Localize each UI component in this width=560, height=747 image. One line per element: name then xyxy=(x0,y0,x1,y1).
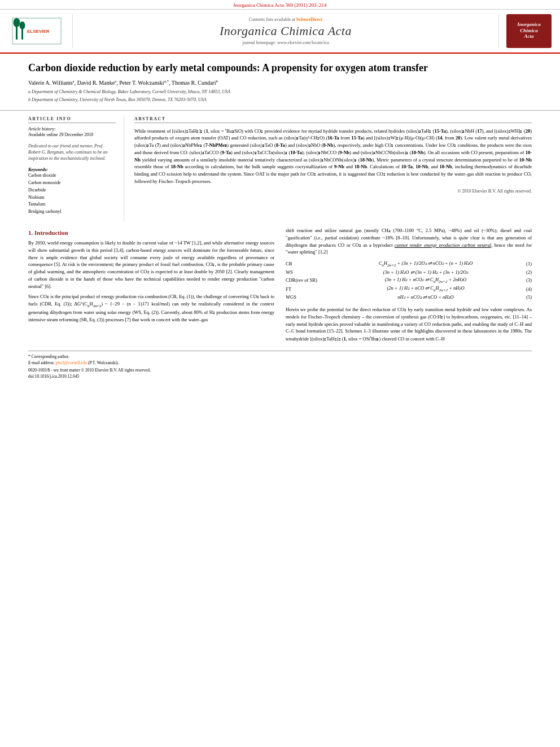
journal-title-area: Contents lists available at ScienceDirec… xyxy=(72,14,499,48)
doi-note: doi:10.1016/j.ica.2010.12.045 xyxy=(28,373,532,379)
eq-cb-label: CB xyxy=(286,261,331,267)
issn-note: 0020-1693/$ - see front matter © 2010 El… xyxy=(28,367,532,373)
eq-wgs-label: WGS xyxy=(286,294,331,300)
body-left-col: 1. Introduction By 2050, world energy co… xyxy=(28,227,274,346)
eq-ft-num: (4) xyxy=(520,286,532,292)
eq-cdr: CDR(rev of SR) (3n + 1) H₂ + nCO₂ ⇌ CnH2… xyxy=(286,277,532,284)
abstract-label: ABSTRACT xyxy=(134,116,532,123)
eq-ws-formula: (3n + 1) H₂O ⇌ (3n + 1) H₂ + (3n + 1)/2O… xyxy=(331,269,520,275)
footnote-section: * Corresponding author. E-mail address: … xyxy=(28,351,532,380)
svg-point-4 xyxy=(20,21,25,29)
body-two-col: 1. Introduction By 2050, world energy co… xyxy=(28,227,532,346)
article-title: Carbon dioxide reduction by early metal … xyxy=(28,62,532,75)
citation-text: Inorganica Chimica Acta 369 (2011) 203–2… xyxy=(233,2,326,8)
corresponding-note: * Corresponding author. E-mail address: … xyxy=(28,353,532,366)
eq-cdr-label: CDR(rev of SR) xyxy=(286,277,331,283)
keyword-5: Tantalum xyxy=(28,201,116,208)
eq-ws: WS (3n + 1) H₂O ⇌ (3n + 1) H₂ + (3n + 1)… xyxy=(286,269,532,275)
dedication: Dedicated to our friend and mentor, Prof… xyxy=(28,143,116,162)
journal-logo-area: InorganicaChimicaActa xyxy=(504,14,554,48)
affiliation-1: a Department of Chemistry & Chemical Bio… xyxy=(28,89,532,95)
affiliation-2: b Department of Chemistry, University of… xyxy=(28,97,532,103)
body-right-col: shift reaction and utilize natural gas (… xyxy=(286,227,532,346)
body-content: 1. Introduction By 2050, world energy co… xyxy=(0,227,560,380)
right-para2: Herein we probe the potential for the di… xyxy=(286,306,532,343)
abstract-text: While treatment of [(silox)₂TaH₂]₂ (1, s… xyxy=(134,126,532,185)
journal-logo-box: InorganicaChimicaActa xyxy=(506,14,552,48)
keyword-6: Bridging carbonyl xyxy=(28,208,116,216)
eq-wgs: WGS nH₂ + nCO₂ ⇌ nCO + nH₂O (5) xyxy=(286,294,532,300)
journal-title: Inorganica Chimica Acta xyxy=(220,24,352,38)
email-link[interactable]: ptw2@cornell.edu xyxy=(56,360,87,365)
intro-para2: Since CO₂ is the principal product of en… xyxy=(28,293,274,324)
article-info-block: ARTICLE INFO Article history: Available … xyxy=(28,116,116,137)
elsevier-logo-area: ELSEVIER xyxy=(6,14,68,48)
article-header: Carbon dioxide reduction by early metal … xyxy=(0,54,560,111)
svg-text:ELSEVIER: ELSEVIER xyxy=(27,29,50,34)
left-column: ARTICLE INFO Article history: Available … xyxy=(0,116,124,221)
keyword-list: Carbon dioxide Carbon monoxide Dicarbide… xyxy=(28,172,116,216)
eq-cb: CB CnH2n+2 + (3n + 1)/2O₂ ⇌ nCO₂ + (n + … xyxy=(286,260,532,268)
journal-homepage: journal homepage: www.elsevier.com/locat… xyxy=(242,40,329,45)
intro-heading: 1. Introduction xyxy=(28,229,274,236)
eq-cdr-num: (3) xyxy=(520,277,532,283)
eq-cb-formula: CnH2n+2 + (3n + 1)/2O₂ ⇌ nCO₂ + (n + 1) … xyxy=(331,260,520,268)
svg-point-2 xyxy=(14,18,20,27)
sciencedirect-link[interactable]: ScienceDirect xyxy=(296,17,323,22)
article-info-abstract: ARTICLE INFO Article history: Available … xyxy=(0,111,560,227)
sciencedirect-note: Contents lists available at ScienceDirec… xyxy=(249,17,322,22)
equations-block: CB CnH2n+2 + (3n + 1)/2O₂ ⇌ nCO₂ + (n + … xyxy=(286,259,532,303)
journal-header: ELSEVIER Contents lists available at Sci… xyxy=(0,10,560,54)
eq-ws-num: (2) xyxy=(520,269,532,275)
article-authors: Valerie A. Williamsa, David R. Mankea, P… xyxy=(28,79,532,86)
keyword-3: Dicarbide xyxy=(28,187,116,194)
eq-cb-num: (1) xyxy=(520,261,532,267)
keywords-label: Keywords: xyxy=(28,167,116,172)
elsevier-logo: ELSEVIER xyxy=(11,17,62,45)
right-para1: shift reaction and utilize natural gas (… xyxy=(286,227,532,256)
eq-cdr-formula: (3n + 1) H₂ + nCO₂ ⇌ CnH2n+2 + 2nH₂O xyxy=(331,277,520,284)
eq-wgs-formula: nH₂ + nCO₂ ⇌ nCO + nH₂O xyxy=(331,294,520,300)
keyword-2: Carbon monoxide xyxy=(28,180,116,187)
keywords-block: Keywords: Carbon dioxide Carbon monoxide… xyxy=(28,167,116,216)
eq-ft-formula: (2n + 1) H₂ + nCO ⇌ CnH2n+2 + nH₂O xyxy=(331,285,520,292)
eq-ft-label: FT xyxy=(286,286,331,292)
eq-ws-label: WS xyxy=(286,269,331,275)
copyright: © 2010 Elsevier B.V. All rights reserved… xyxy=(134,189,532,194)
intro-para1: By 2050, world energy consumption is lik… xyxy=(28,239,274,290)
keyword-1: Carbon dioxide xyxy=(28,172,116,180)
abstract-column: ABSTRACT While treatment of [(silox)₂TaH… xyxy=(124,116,560,221)
eq-ft: FT (2n + 1) H₂ + nCO ⇌ CnH2n+2 + nH₂O (4… xyxy=(286,285,532,292)
logo-title: InorganicaChimicaActa xyxy=(517,21,541,40)
article-history-label: Article history: xyxy=(28,126,116,132)
article-info-label: ARTICLE INFO xyxy=(28,116,116,123)
eq-wgs-num: (5) xyxy=(520,294,532,300)
keyword-4: Niobium xyxy=(28,194,116,202)
available-online: Available online 29 December 2010 xyxy=(28,132,116,137)
journal-citation: Inorganica Chimica Acta 369 (2011) 203–2… xyxy=(0,0,560,10)
